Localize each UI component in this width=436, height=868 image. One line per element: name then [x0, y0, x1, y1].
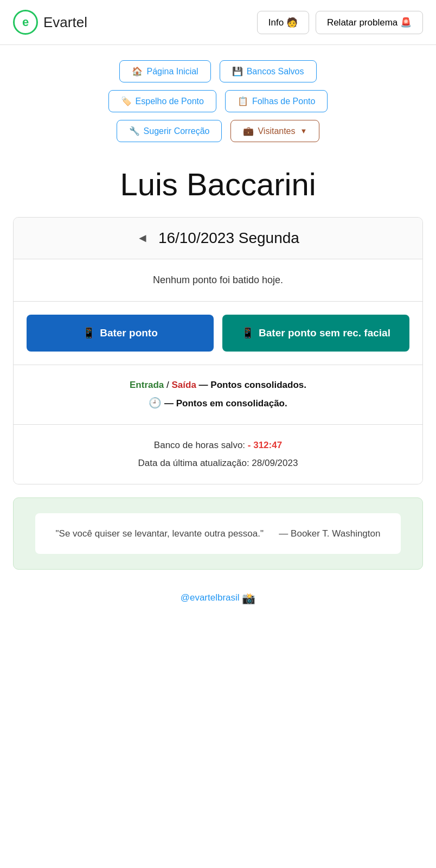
legend-consolidados-text: — Pontos consolidados. — [199, 380, 306, 390]
clock-icon: 🕘 — [149, 397, 162, 409]
prev-date-button[interactable]: ◄ — [137, 231, 149, 245]
info-button[interactable]: Info 🧑 — [257, 11, 309, 34]
bank-value: - 312:47 — [248, 440, 282, 450]
date-row: ◄ 16/10/2023 Segunda — [14, 218, 422, 259]
logo-area: e Evartel — [13, 10, 87, 35]
legend-saida: Saída — [172, 380, 196, 390]
briefcase-icon: 💼 — [243, 126, 254, 136]
quote-card: "Se você quiser se levantar, levante out… — [13, 497, 423, 570]
legend-consolidacao-text: — Pontos em consolidação. — [164, 398, 287, 409]
nav-sugerir-correcao[interactable]: 🔧 Sugerir Correção — [117, 120, 222, 142]
save-icon: 💾 — [232, 66, 243, 76]
quote-text: "Se você quiser se levantar, levante out… — [56, 528, 264, 539]
instagram-link[interactable]: @evartelbrasil 📸 — [181, 592, 256, 603]
phone-icon-2: 📱 — [241, 327, 254, 340]
nav-visitantes[interactable]: 💼 Visitantes ▼ — [230, 120, 319, 142]
nav-pagina-inicial[interactable]: 🏠 Página Inicial — [119, 60, 210, 82]
nav-espelho-de-ponto[interactable]: 🏷️ Espelho de Ponto — [108, 90, 216, 112]
quote-inner: "Se você quiser se levantar, levante out… — [35, 513, 401, 554]
punch-buttons-row: 📱 Bater ponto 📱 Bater ponto sem rec. fac… — [14, 302, 422, 366]
bank-label: Banco de horas salvo: — [154, 440, 248, 450]
nav-bancos-salvos[interactable]: 💾 Bancos Salvos — [220, 60, 317, 82]
nav-area: 🏠 Página Inicial 💾 Bancos Salvos 🏷️ Espe… — [0, 45, 436, 148]
logo-icon: e — [13, 10, 38, 35]
wrench-icon: 🔧 — [129, 126, 140, 136]
bater-ponto-button[interactable]: 📱 Bater ponto — [27, 315, 214, 352]
legend-row: Entrada / Saída — Pontos consolidados. 🕘… — [14, 365, 422, 425]
mirror-icon: 🏷️ — [121, 96, 132, 106]
instagram-handle: @evartelbrasil — [181, 592, 240, 603]
nav-folhas-de-ponto[interactable]: 📋 Folhas de Ponto — [225, 90, 328, 112]
quote-attribution: — Booker T. Washington — [279, 528, 380, 539]
update-label: Data da última atualização: — [138, 458, 252, 468]
logo-text: Evartel — [43, 14, 87, 31]
footer: @evartelbrasil 📸 — [0, 583, 436, 622]
legend-entrada: Entrada — [130, 380, 164, 390]
report-problem-button[interactable]: Relatar problema 🚨 — [316, 11, 423, 34]
header: e Evartel Info 🧑 Relatar problema 🚨 — [0, 0, 436, 45]
phone-icon-1: 📱 — [82, 327, 95, 340]
instagram-icon: 📸 — [242, 592, 255, 604]
home-icon: 🏠 — [132, 66, 143, 76]
page-title: Luis Baccarini — [0, 148, 436, 217]
nav-row-2: 🏷️ Espelho de Ponto 📋 Folhas de Ponto — [108, 90, 328, 112]
chevron-down-icon: ▼ — [300, 127, 307, 135]
legend-slash: / — [166, 380, 171, 390]
folder-icon: 📋 — [238, 96, 248, 106]
nav-row-3: 🔧 Sugerir Correção 💼 Visitantes ▼ — [117, 120, 320, 142]
bank-row: Banco de horas salvo: - 312:47 Data da ú… — [14, 425, 422, 484]
current-date: 16/10/2023 Segunda — [158, 229, 299, 247]
update-date: 28/09/2023 — [252, 458, 298, 468]
no-point-message: Nenhum ponto foi batido hoje. — [14, 259, 422, 302]
nav-row-1: 🏠 Página Inicial 💾 Bancos Salvos — [119, 60, 316, 82]
bater-ponto-sem-facial-button[interactable]: 📱 Bater ponto sem rec. facial — [222, 315, 409, 352]
main-card: ◄ 16/10/2023 Segunda Nenhum ponto foi ba… — [13, 217, 423, 484]
header-buttons: Info 🧑 Relatar problema 🚨 — [257, 11, 423, 34]
